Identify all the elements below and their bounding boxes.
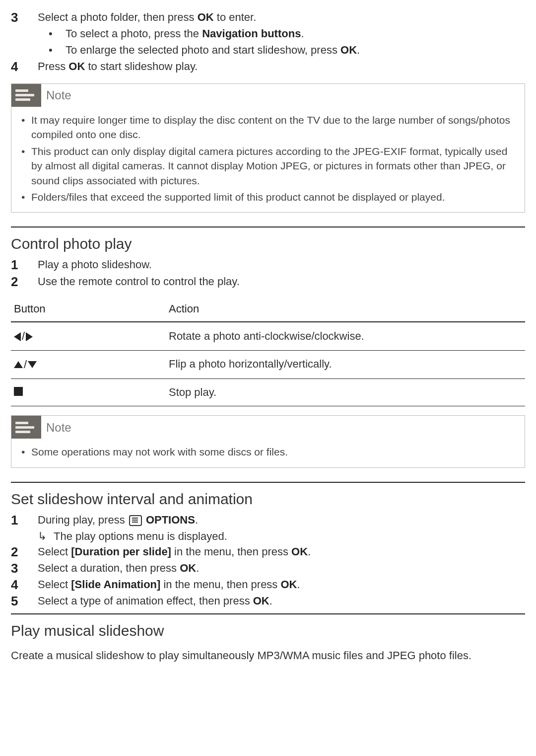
step-1: 1 During play, press OPTIONS. (11, 513, 525, 528)
button-cell: / (11, 351, 166, 379)
step-text: Use the remote control to control the pl… (38, 274, 525, 290)
step-1: 1 Play a photo slideshow. (11, 257, 525, 273)
right-arrow-icon (26, 332, 33, 341)
sub-item: To enlarge the selected photo and start … (38, 43, 525, 58)
left-arrow-icon (14, 332, 21, 341)
step-text: Play a photo slideshow. (38, 257, 525, 273)
step-number: 4 (11, 577, 38, 593)
step-4: 4 Press OK to start slideshow play. (11, 59, 525, 75)
action-cell: Rotate a photo anti-clockwise/clockwise. (166, 322, 525, 350)
step-2: 2 Select [Duration per slide] in the men… (11, 544, 525, 560)
step-text: Press OK to start slideshow play. (38, 59, 525, 75)
note-box: Note Some operations may not work with s… (11, 415, 525, 467)
step-text: Select a type of animation effect, then … (38, 594, 525, 609)
heading-control-photo-play: Control photo play (11, 233, 525, 254)
table-row: Stop play. (11, 378, 525, 406)
step-number: 2 (11, 274, 38, 290)
table-row: / Flip a photo horizontally/vertically. (11, 351, 525, 379)
step-number: 2 (11, 544, 38, 560)
section-divider (11, 482, 525, 483)
step-text: Select [Duration per slide] in the menu,… (38, 544, 525, 560)
table-row: / Rotate a photo anti-clockwise/clockwis… (11, 322, 525, 350)
heading-musical-slideshow: Play musical slideshow (11, 620, 525, 641)
step-text: Select a duration, then press OK. (38, 561, 525, 576)
table-header-button: Button (11, 297, 166, 322)
button-cell: / (11, 322, 166, 350)
paragraph: Create a musical slideshow to play simul… (11, 648, 525, 664)
options-icon (129, 515, 142, 526)
note-header: Note (11, 416, 525, 439)
note-box: Note It may require longer time to displ… (11, 83, 525, 213)
step-number: 4 (11, 59, 38, 75)
table-header-action: Action (166, 297, 525, 322)
step-5: 5 Select a type of animation effect, the… (11, 594, 525, 609)
note-body: It may require longer time to display th… (11, 107, 525, 204)
action-cell: Stop play. (166, 378, 525, 406)
note-label: Note (46, 87, 71, 104)
step-text: During play, press OPTIONS. (38, 513, 525, 528)
step-3: 3 Select a photo folder, then press OK t… (11, 10, 525, 25)
section-divider (11, 613, 525, 614)
stop-icon (14, 387, 23, 396)
button-cell (11, 378, 166, 406)
step-number: 3 (11, 10, 38, 25)
sub-item: To select a photo, press the Navigation … (38, 26, 525, 42)
note-item: This product can only display digital ca… (19, 144, 517, 188)
step-text: Select [Slide Animation] in the menu, th… (38, 577, 525, 593)
step-text: Select a photo folder, then press OK to … (38, 10, 525, 25)
note-icon (11, 84, 41, 107)
step-4: 4 Select [Slide Animation] in the menu, … (11, 577, 525, 593)
note-icon (11, 416, 41, 439)
step-3-sublist: To select a photo, press the Navigation … (38, 26, 525, 58)
note-header: Note (11, 84, 525, 107)
heading-slideshow-interval: Set slideshow interval and animation (11, 489, 525, 510)
result-arrow-icon (38, 529, 47, 544)
note-item: Folders/files that exceed the supported … (19, 190, 517, 204)
section-divider (11, 227, 525, 227)
note-body: Some operations may not work with some d… (11, 439, 525, 459)
step-number: 1 (11, 257, 38, 273)
step-number: 3 (11, 561, 38, 576)
down-arrow-icon (28, 361, 37, 368)
up-arrow-icon (14, 361, 23, 368)
note-label: Note (46, 419, 71, 436)
note-item: It may require longer time to display th… (19, 113, 517, 142)
step-result: The play options menu is displayed. (38, 529, 525, 544)
step-number: 1 (11, 513, 38, 528)
button-action-table: Button Action / Rotate a photo anti-cloc… (11, 297, 525, 407)
step-number: 5 (11, 594, 38, 609)
step-3: 3 Select a duration, then press OK. (11, 561, 525, 576)
note-item: Some operations may not work with some d… (19, 445, 517, 459)
action-cell: Flip a photo horizontally/vertically. (166, 351, 525, 379)
step-2: 2 Use the remote control to control the … (11, 274, 525, 290)
